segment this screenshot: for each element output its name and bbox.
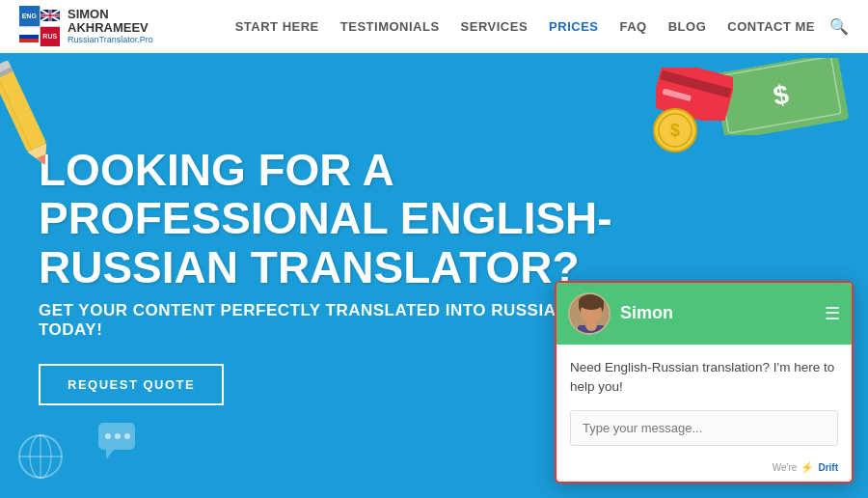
svg-rect-13 [0, 60, 12, 77]
chat-message: Need English-Russian translation? I'm he… [570, 358, 838, 398]
nav-blog[interactable]: BLOG [668, 19, 707, 34]
svg-rect-20 [656, 68, 733, 121]
svg-point-31 [19, 435, 62, 478]
nav-contact-me[interactable]: CONTACT ME [727, 19, 815, 34]
nav-services[interactable]: SERVICES [461, 19, 529, 34]
chat-agent-name: Simon [620, 303, 815, 323]
logo-eng: ENG [19, 6, 40, 26]
svg-rect-8 [19, 35, 39, 39]
search-icon[interactable]: 🔍 [829, 17, 849, 36]
svg-rect-16 [714, 58, 849, 135]
chat-menu-icon[interactable]: ☰ [825, 303, 840, 324]
nav-faq[interactable]: FAQ [620, 19, 647, 34]
logo-name-line1: SIMON [68, 8, 153, 21]
chat-widget: Simon ☰ Need English-Russian translation… [555, 281, 854, 484]
svg-rect-17 [714, 58, 849, 135]
svg-rect-7 [19, 31, 39, 35]
chat-footer: We're ⚡ Drift [556, 456, 852, 482]
coin-decoration: $ [651, 106, 699, 154]
logo-flag-uk [41, 6, 61, 26]
hero-section: $ $ LOOKING FO [0, 53, 868, 498]
svg-point-40 [585, 319, 597, 331]
svg-rect-10 [0, 60, 46, 152]
nav-prices[interactable]: PRICES [549, 19, 598, 34]
bolt-icon: ⚡ [800, 461, 814, 474]
avatar [568, 292, 610, 335]
svg-marker-27 [106, 450, 114, 459]
globe-decoration [14, 430, 68, 484]
chat-input[interactable] [570, 410, 838, 446]
hero-headline: LOOKING FOR A PROFESSIONAL ENGLISH-RUSSI… [39, 146, 637, 292]
money-decoration: $ [714, 58, 849, 135]
bubble-decoration [96, 421, 140, 459]
logo-subtitle: RussianTranslator.Pro [68, 35, 153, 44]
nav-links: START HERE TESTIMONIALS SERVICES PRICES … [235, 17, 815, 35]
svg-point-29 [115, 433, 121, 439]
svg-rect-14 [0, 67, 14, 80]
svg-rect-9 [19, 39, 39, 42]
svg-rect-15 [0, 67, 33, 151]
nav-testimonials[interactable]: TESTIMONIALS [340, 19, 440, 34]
svg-rect-21 [660, 70, 731, 98]
svg-rect-22 [663, 89, 692, 102]
logo-name-line2: AKHRAMEEV [68, 21, 153, 35]
svg-point-30 [124, 433, 130, 439]
logo-text: SIMON AKHRAMEEV RussianTranslator.Pro [68, 8, 153, 45]
request-quote-button[interactable]: REQUEST QUOTE [39, 364, 224, 405]
chat-footer-prefix: We're [773, 462, 798, 473]
svg-text:$: $ [670, 121, 680, 140]
svg-rect-19 [719, 58, 841, 133]
logo[interactable]: ENG [19, 6, 174, 46]
svg-point-38 [579, 294, 604, 310]
chat-header: Simon ☰ [556, 283, 852, 345]
chat-footer-brand: Drift [818, 462, 838, 473]
svg-point-28 [105, 433, 111, 439]
logo-flag-ru [19, 27, 40, 47]
svg-point-32 [30, 435, 51, 478]
nav-start-here[interactable]: START HERE [235, 19, 319, 34]
chat-body: Need English-Russian translation? I'm he… [556, 345, 852, 456]
card-decoration [656, 68, 733, 121]
avatar-image [570, 292, 609, 333]
logo-rus: RUS [41, 27, 61, 47]
svg-point-23 [654, 109, 696, 152]
svg-rect-26 [98, 423, 135, 450]
svg-text:$: $ [771, 79, 791, 111]
logo-box: ENG [19, 6, 60, 46]
navbar: ENG [0, 0, 868, 53]
hero-subheadline: GET YOUR CONTENT PERFECTLY TRANSLATED IN… [39, 301, 637, 340]
svg-point-24 [659, 114, 692, 147]
